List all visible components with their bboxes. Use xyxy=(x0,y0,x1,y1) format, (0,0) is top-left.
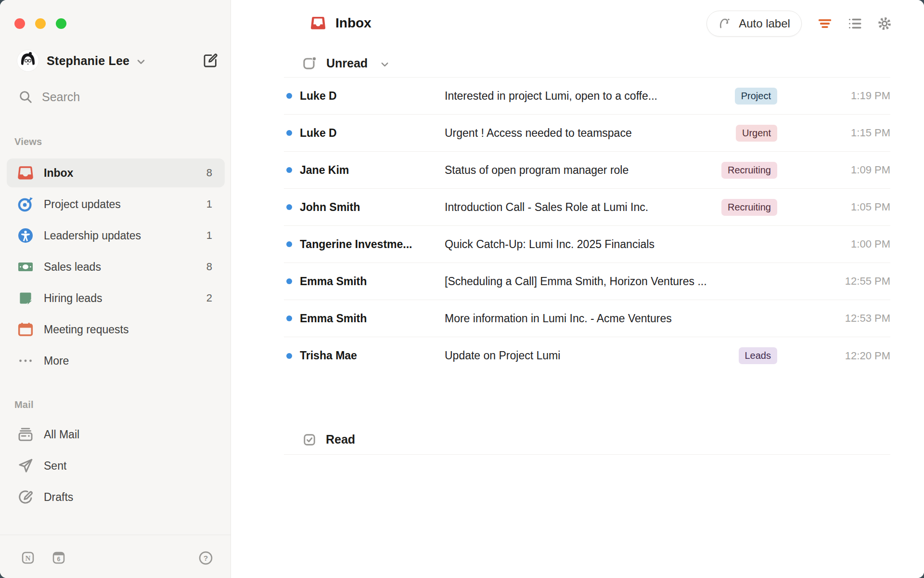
unread-dot xyxy=(286,315,292,321)
svg-text:6: 6 xyxy=(57,556,61,563)
email-row[interactable]: Jane Kim Status of open program manager … xyxy=(284,152,890,189)
sidebar-item-hiring-leads[interactable]: Hiring leads 2 xyxy=(7,284,225,313)
send-icon xyxy=(17,458,34,474)
minimize-window-button[interactable] xyxy=(35,18,46,29)
mail-section-label: Mail xyxy=(14,399,34,410)
search-button[interactable]: Search xyxy=(18,90,80,104)
toolbar-icons xyxy=(817,15,893,32)
email-subject: [Scheduling a Call] Emma Smith, Horizon … xyxy=(445,275,777,288)
unread-dot xyxy=(286,353,292,359)
email-time: 1:09 PM xyxy=(777,164,890,176)
sidebar-item-leadership-updates[interactable]: Leadership updates 1 xyxy=(7,221,225,250)
email-subject: Urgent ! Access needed to teamspace xyxy=(445,127,736,140)
sidebar-item-more[interactable]: More xyxy=(7,346,225,375)
email-time: 1:00 PM xyxy=(777,238,890,250)
sidebar-item-sent[interactable]: Sent xyxy=(7,451,225,480)
sidebar-item-project-updates[interactable]: Project updates 1 xyxy=(7,190,225,219)
email-label-badge: Urgent xyxy=(736,125,777,142)
account-switcher[interactable]: Stephanie Lee xyxy=(17,50,218,72)
email-row[interactable]: Tangerine Investme... Quick Catch-Up: Lu… xyxy=(284,226,890,263)
calendar-icon xyxy=(17,321,34,338)
sidebar-item-all-mail[interactable]: All Mail xyxy=(7,420,225,449)
filter-icon[interactable] xyxy=(817,15,833,32)
money-icon xyxy=(17,259,34,275)
unread-filter-dropdown[interactable]: Unread xyxy=(302,56,390,71)
email-row[interactable]: Luke D Interested in project Lumi, open … xyxy=(284,78,890,115)
email-list: Luke D Interested in project Lumi, open … xyxy=(284,77,890,374)
email-subject: Introduction Call - Sales Role at Lumi I… xyxy=(445,201,721,214)
unread-dot xyxy=(286,278,292,284)
chevron-down-icon xyxy=(135,56,147,67)
email-subject: Status of open program manager role xyxy=(445,164,721,177)
email-row[interactable]: Luke D Urgent ! Access needed to teamspa… xyxy=(284,115,890,152)
email-sender: Luke D xyxy=(300,90,445,103)
email-sender: Luke D xyxy=(300,127,445,140)
unread-dot xyxy=(286,204,292,210)
email-sender: Emma Smith xyxy=(300,312,445,325)
note-icon xyxy=(17,290,34,306)
email-subject: Update on Project Lumi xyxy=(445,349,739,362)
page-title: Inbox xyxy=(335,15,372,31)
email-time: 1:05 PM xyxy=(777,201,890,213)
sidebar-item-sales-leads[interactable]: Sales leads 8 xyxy=(7,252,225,281)
views-section-label: Views xyxy=(14,136,42,147)
email-sender: John Smith xyxy=(300,201,445,214)
target-icon xyxy=(17,196,34,212)
email-time: 12:53 PM xyxy=(777,312,890,325)
email-time: 1:15 PM xyxy=(777,127,890,139)
unread-filter-label: Unread xyxy=(326,56,368,70)
sidebar-footer-divider xyxy=(0,535,231,535)
views-list: Inbox 8 Project updates 1 Leadership upd… xyxy=(7,158,225,378)
sidebar-footer: N 6 ? xyxy=(21,550,213,565)
list-icon[interactable] xyxy=(847,15,863,32)
email-sender: Emma Smith xyxy=(300,275,445,288)
email-time: 12:20 PM xyxy=(777,350,890,362)
unread-dot xyxy=(286,167,292,173)
inbox-panel: Inbox Auto label xyxy=(231,0,924,578)
read-section-toggle[interactable]: Read xyxy=(284,425,890,455)
email-label-badge: Recruiting xyxy=(721,199,777,216)
email-row[interactable]: John Smith Introduction Call - Sales Rol… xyxy=(284,189,890,226)
inbox-icon xyxy=(17,165,34,181)
avatar xyxy=(17,50,38,71)
svg-text:N: N xyxy=(26,554,31,562)
gear-icon[interactable] xyxy=(876,15,893,32)
notion-app-icon[interactable]: N xyxy=(21,551,35,565)
compose-icon[interactable] xyxy=(203,53,218,68)
unread-dot xyxy=(286,241,292,247)
notion-calendar-icon[interactable]: 6 xyxy=(52,551,65,565)
unread-square-icon xyxy=(302,56,317,71)
email-subject: Interested in project Lumi, open to a co… xyxy=(445,90,735,103)
email-label-badge: Project xyxy=(735,88,777,105)
mail-app-window: Stephanie Lee Search Views Inbox 8 P xyxy=(0,0,924,578)
email-row[interactable]: Emma Smith [Scheduling a Call] Emma Smit… xyxy=(284,263,890,300)
mail-list: All Mail Sent Drafts xyxy=(7,420,225,514)
search-icon xyxy=(18,90,33,104)
email-label-badge: Leads xyxy=(739,347,778,364)
sidebar-item-meeting-requests[interactable]: Meeting requests xyxy=(7,315,225,344)
email-row[interactable]: Trisha Mae Update on Project Lumi Leads … xyxy=(284,337,890,374)
email-sender: Tangerine Investme... xyxy=(300,238,445,251)
email-label-badge: Recruiting xyxy=(721,162,777,179)
email-subject: Quick Catch-Up: Lumi Inc. 2025 Financial… xyxy=(445,238,777,251)
svg-text:?: ? xyxy=(204,553,208,562)
window-controls xyxy=(14,18,66,29)
read-section-label: Read xyxy=(326,433,355,447)
email-subject: More information in Lumi Inc. - Acme Ven… xyxy=(445,312,777,325)
sidebar-item-inbox[interactable]: Inbox 8 xyxy=(7,158,225,187)
email-time: 12:55 PM xyxy=(777,275,890,288)
auto-label-button[interactable]: Auto label xyxy=(706,11,802,37)
help-icon[interactable]: ? xyxy=(198,551,213,565)
sidebar-item-drafts[interactable]: Drafts xyxy=(7,483,225,512)
zoom-window-button[interactable] xyxy=(56,18,66,29)
user-name: Stephanie Lee xyxy=(47,54,129,68)
all-mail-icon xyxy=(17,426,34,443)
close-window-button[interactable] xyxy=(14,18,25,29)
inbox-header: Inbox xyxy=(309,14,372,32)
ellipsis-icon xyxy=(17,353,34,369)
email-sender: Trisha Mae xyxy=(300,349,445,362)
unread-dot xyxy=(286,130,292,136)
auto-label-text: Auto label xyxy=(739,17,790,30)
inbox-icon xyxy=(309,14,327,32)
email-row[interactable]: Emma Smith More information in Lumi Inc.… xyxy=(284,300,890,337)
